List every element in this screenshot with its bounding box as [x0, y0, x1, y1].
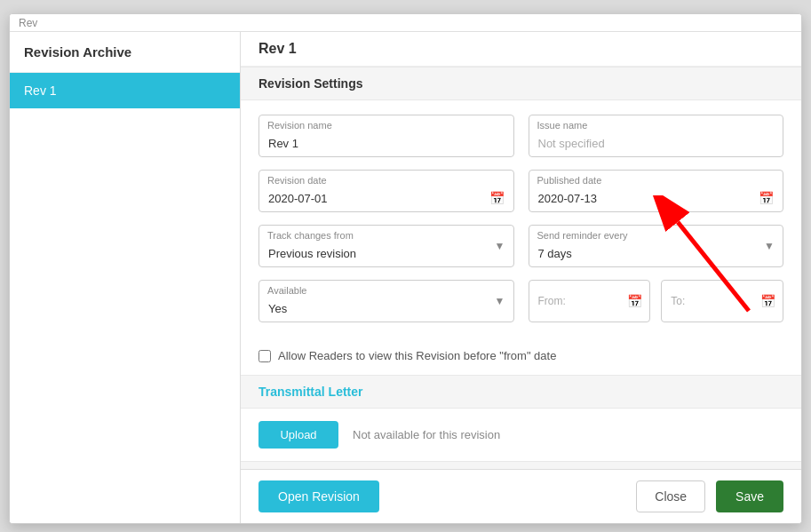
- published-date-calendar-icon[interactable]: 📅: [759, 191, 774, 205]
- issue-name-display[interactable]: Not specified: [529, 115, 784, 157]
- revision-name-field: Revision name Rev 1: [258, 115, 514, 157]
- open-revision-button[interactable]: Open Revision: [258, 480, 379, 512]
- main-scroll: Revision Settings Revision name Rev 1: [241, 67, 801, 469]
- form-row-dates: Revision date 2020-07-01 📅 Published dat…: [258, 170, 783, 212]
- send-reminder-wrapper: 7 days ▼: [529, 225, 784, 267]
- modal-body: Revision Archive Rev 1 Rev 1 Revision Se…: [10, 32, 801, 523]
- from-to-wrap: From: 📅 To: 📅: [529, 280, 784, 322]
- track-changes-wrapper: Previous revision ▼: [258, 225, 514, 267]
- transmittal-status: Not available for this revision: [353, 428, 500, 441]
- header-bar-text: Rev: [19, 17, 37, 29]
- to-calendar-icon[interactable]: 📅: [760, 294, 775, 308]
- to-field[interactable]: To: 📅: [661, 280, 783, 322]
- main-title: Rev 1: [241, 32, 801, 67]
- available-field: Available Yes ▼: [258, 280, 514, 322]
- footer-right: Close Save: [636, 480, 783, 512]
- section-transmittal: Transmittal Letter: [241, 375, 801, 409]
- modal-header-bar: Rev: [10, 14, 801, 32]
- from-label: From:: [538, 295, 566, 307]
- send-reminder-field: Send reminder every 7 days ▼: [529, 225, 784, 267]
- send-reminder-select[interactable]: 7 days: [529, 225, 784, 267]
- transmittal-upload-section: Upload Not available for this revision: [241, 409, 801, 461]
- checkbox-row: Allow Readers to view this Revision befo…: [241, 349, 801, 375]
- available-wrapper: Yes ▼: [258, 280, 514, 322]
- form-row-names: Revision name Rev 1 Issue name Not speci…: [258, 115, 783, 157]
- published-date-display[interactable]: 2020-07-13 📅: [529, 170, 784, 212]
- revision-date-display[interactable]: 2020-07-01 📅: [258, 170, 514, 212]
- sidebar-title: Revision Archive: [10, 32, 240, 73]
- main-content: Rev 1 Revision Settings Revision name Re…: [241, 32, 801, 523]
- allow-readers-label: Allow Readers to view this Revision befo…: [278, 349, 556, 362]
- from-field[interactable]: From: 📅: [529, 280, 651, 322]
- revision-date-calendar-icon[interactable]: 📅: [489, 191, 505, 205]
- section-signed-approval: Signed Approval: [241, 461, 801, 469]
- from-calendar-icon[interactable]: 📅: [627, 294, 642, 308]
- form-row-track: Track changes from Previous revision ▼ S…: [258, 225, 783, 267]
- sidebar-item-rev1[interactable]: Rev 1: [10, 73, 240, 108]
- modal-overlay: Rev Revision Archive Rev 1 Rev 1 Revisio…: [0, 0, 811, 532]
- footer-left: Open Revision: [258, 480, 379, 512]
- modal-footer: Open Revision Close Save: [241, 469, 801, 523]
- section-revision-settings: Revision Settings: [241, 67, 801, 100]
- available-row: Available Yes ▼ From:: [258, 280, 783, 322]
- modal-container: Rev Revision Archive Rev 1 Rev 1 Revisio…: [9, 13, 802, 524]
- track-changes-select[interactable]: Previous revision: [258, 225, 514, 267]
- allow-readers-checkbox[interactable]: [258, 350, 271, 362]
- issue-name-field: Issue name Not specified: [529, 115, 784, 157]
- revision-name-display[interactable]: Rev 1: [258, 115, 514, 157]
- transmittal-upload-button[interactable]: Upload: [258, 421, 338, 449]
- to-label: To:: [671, 295, 685, 307]
- close-button[interactable]: Close: [636, 480, 705, 512]
- save-button[interactable]: Save: [716, 480, 783, 512]
- sidebar: Revision Archive Rev 1: [10, 32, 241, 523]
- revision-date-field: Revision date 2020-07-01 📅: [258, 170, 514, 212]
- section-revision-settings-content: Revision name Rev 1 Issue name Not speci…: [241, 100, 801, 349]
- available-select[interactable]: Yes: [258, 280, 514, 322]
- published-date-field: Published date 2020-07-13 📅: [529, 170, 784, 212]
- track-changes-field: Track changes from Previous revision ▼: [258, 225, 514, 267]
